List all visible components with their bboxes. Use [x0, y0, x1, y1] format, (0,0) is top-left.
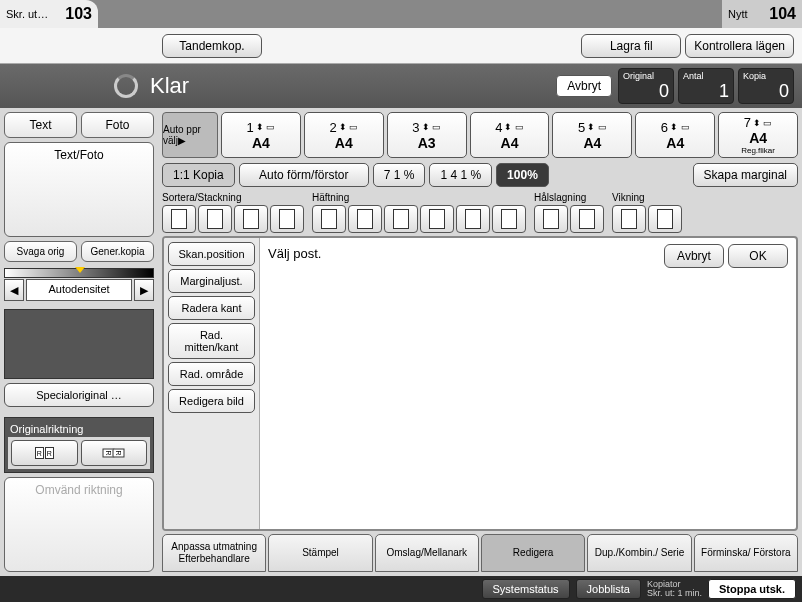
paper-tray-6[interactable]: 6⬍ ▭ A4 — [635, 112, 715, 158]
tab-cover-slip[interactable]: Omslag/Mellanark — [375, 534, 479, 572]
check-modes-button[interactable]: Kontrollera lägen — [685, 34, 794, 58]
counter-quantity: Antal 1 — [678, 68, 734, 104]
original-preview — [4, 309, 154, 379]
orientation-title: Originalriktning — [8, 421, 150, 437]
reverse-orientation-button[interactable]: Omvänd riktning — [4, 477, 154, 572]
sort-stack-label: Sortera/Stackning — [162, 192, 304, 203]
rotate-stack-button[interactable] — [270, 205, 304, 233]
punch-left-button[interactable] — [534, 205, 568, 233]
stack-button[interactable] — [234, 205, 268, 233]
paper-tray-2[interactable]: 2⬍ ▭ A4 — [304, 112, 384, 158]
erase-area-button[interactable]: Rad. område — [168, 362, 255, 386]
fold-z-button[interactable] — [648, 205, 682, 233]
left-panel: Text Foto Text/Foto Svaga orig Gener.kop… — [0, 108, 158, 576]
zoom-141-button[interactable]: 1 4 1 % — [429, 163, 492, 187]
rotate-sort-button[interactable] — [198, 205, 232, 233]
mode-pale-button[interactable]: Svaga orig — [4, 241, 77, 262]
paper-tray-4[interactable]: 4⬍ ▭ A4 — [470, 112, 550, 158]
auto-paper-select-button[interactable]: Auto ppr välj▶ — [162, 112, 218, 158]
image-edit-button[interactable]: Redigera bild — [168, 389, 255, 413]
orientation-unreadable-button[interactable]: RR — [81, 440, 148, 466]
punch-top-button[interactable] — [570, 205, 604, 233]
counter-copy: Kopia 0 — [738, 68, 794, 104]
ready-icon — [114, 74, 138, 98]
mode-textphoto-button[interactable]: Text/Foto — [4, 142, 154, 237]
top-tab-new-label: Nytt — [728, 8, 748, 20]
zoom-row: 1:1 Kopia Auto förm/förstor 7 1 % 1 4 1 … — [162, 161, 798, 189]
job-list-button[interactable]: Jobblista — [576, 579, 641, 599]
footer-info: Kopiator Skr. ut: 1 min. — [647, 580, 702, 598]
density-lighter-button[interactable]: ◀ — [4, 279, 24, 301]
density-darker-button[interactable]: ▶ — [134, 279, 154, 301]
staple-center-button[interactable] — [492, 205, 526, 233]
density-gradient — [4, 268, 154, 278]
top-tab-print-num: 103 — [65, 5, 92, 23]
system-status-button[interactable]: Systemstatus — [482, 579, 570, 599]
staple-right-button[interactable] — [456, 205, 490, 233]
bottom-tab-bar: Anpassa utmatning Efterbehandlare Stämpe… — [162, 534, 798, 572]
cancel-button[interactable]: Avbryt — [556, 75, 612, 97]
orientation-panel: Originalriktning RR RR — [4, 417, 154, 473]
status-text: Klar — [150, 73, 189, 99]
erase-border-button[interactable]: Radera kant — [168, 296, 255, 320]
density-marker-icon — [75, 267, 85, 273]
paper-tray-5[interactable]: 5⬍ ▭ A4 — [552, 112, 632, 158]
edit-sidebar: Skan.position Marginaljust. Radera kant … — [164, 238, 260, 529]
top-tab-new[interactable]: Nytt 104 — [722, 0, 802, 28]
auto-reduce-enlarge-button[interactable]: Auto förm/förstor — [239, 163, 369, 187]
tab-edit[interactable]: Redigera — [481, 534, 585, 572]
edit-main: Välj post. Avbryt OK — [260, 238, 796, 529]
fold-half-button[interactable] — [612, 205, 646, 233]
tandem-copy-button[interactable]: Tandemkop. — [162, 34, 262, 58]
erase-center-border-button[interactable]: Rad. mitten/kant — [168, 323, 255, 359]
main-panel: Auto ppr välj▶ 1⬍ ▭ A4 2⬍ ▭ A4 3⬍ ▭ A3 4… — [158, 108, 802, 576]
staple-label: Häftning — [312, 192, 526, 203]
full-size-button[interactable]: 1:1 Kopia — [162, 163, 235, 187]
zoom-71-button[interactable]: 7 1 % — [373, 163, 426, 187]
mode-photo-button[interactable]: Foto — [81, 112, 154, 138]
paper-tray-row: Auto ppr välj▶ 1⬍ ▭ A4 2⬍ ▭ A4 3⬍ ▭ A3 4… — [162, 112, 798, 158]
tab-duplex-combine[interactable]: Dup./Kombin./ Serie — [587, 534, 691, 572]
paper-tray-7[interactable]: 7⬍ ▭ A4 Reg.flikar — [718, 112, 798, 158]
staple-top2-button[interactable] — [420, 205, 454, 233]
paper-tray-3[interactable]: 3⬍ ▭ A3 — [387, 112, 467, 158]
density-control: ◀ Autodensitet ▶ — [4, 268, 154, 301]
status-bar: Klar Avbryt Original 0 Antal 1 Kopia 0 — [0, 64, 802, 108]
tab-reduce-enlarge[interactable]: Förminska/ Förstora — [694, 534, 798, 572]
edit-cancel-button[interactable]: Avbryt — [664, 244, 724, 268]
margin-adjust-button[interactable]: Marginaljust. — [168, 269, 255, 293]
mode-generation-button[interactable]: Gener.kopia — [81, 241, 154, 262]
finishing-row: Sortera/Stackning Häftning — [162, 192, 798, 233]
top-tab-print-label: Skr. ut… — [6, 8, 48, 20]
top-tab-bar: Skr. ut… 103 Nytt 104 — [0, 0, 802, 28]
staple-bottomleft-button[interactable] — [348, 205, 382, 233]
stop-print-button[interactable]: Stoppa utsk. — [708, 579, 796, 599]
footer-bar: Systemstatus Jobblista Kopiator Skr. ut:… — [0, 576, 802, 602]
orientation-readable-button[interactable]: RR — [11, 440, 78, 466]
tab-stamp[interactable]: Stämpel — [268, 534, 372, 572]
top-tab-new-num: 104 — [769, 5, 796, 23]
top-tab-print[interactable]: Skr. ut… 103 — [0, 0, 98, 28]
edit-ok-button[interactable]: OK — [728, 244, 788, 268]
counter-group: Original 0 Antal 1 Kopia 0 — [618, 68, 794, 104]
counter-original: Original 0 — [618, 68, 674, 104]
store-file-button[interactable]: Lagra fil — [581, 34, 681, 58]
scan-position-button[interactable]: Skan.position — [168, 242, 255, 266]
staple-topleft-button[interactable] — [312, 205, 346, 233]
create-margin-button[interactable]: Skapa marginal — [693, 163, 798, 187]
density-label[interactable]: Autodensitet — [26, 279, 132, 301]
sort-button[interactable] — [162, 205, 196, 233]
zoom-100-button[interactable]: 100% — [496, 163, 549, 187]
special-original-button[interactable]: Specialoriginal … — [4, 383, 154, 407]
punch-label: Hålslagning — [534, 192, 604, 203]
toolbar: Tandemkop. Lagra fil Kontrollera lägen — [0, 28, 802, 64]
edit-panel: Skan.position Marginaljust. Radera kant … — [162, 236, 798, 531]
staple-left2-button[interactable] — [384, 205, 418, 233]
paper-tray-1[interactable]: 1⬍ ▭ A4 — [221, 112, 301, 158]
fold-label: Vikning — [612, 192, 682, 203]
tab-finisher[interactable]: Anpassa utmatning Efterbehandlare — [162, 534, 266, 572]
mode-text-button[interactable]: Text — [4, 112, 77, 138]
